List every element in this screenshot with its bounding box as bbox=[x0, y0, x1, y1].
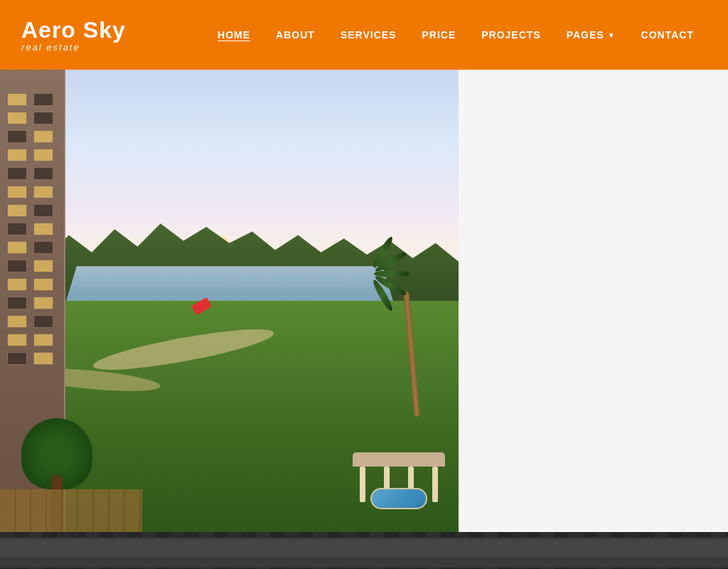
nav-home[interactable]: HOME bbox=[205, 29, 263, 41]
window bbox=[7, 241, 27, 254]
chevron-down-icon: ▼ bbox=[608, 31, 616, 39]
window bbox=[7, 260, 27, 272]
window bbox=[33, 315, 53, 328]
window bbox=[7, 130, 27, 143]
right-content-panel bbox=[459, 70, 728, 532]
nav-pages-label: PAGES bbox=[567, 29, 604, 41]
logo[interactable]: Aero Sky real estate bbox=[21, 18, 126, 52]
building-windows bbox=[7, 93, 57, 368]
nav-projects[interactable]: PROJECTS bbox=[469, 29, 553, 41]
gazebo-column bbox=[432, 467, 438, 502]
window bbox=[7, 149, 27, 161]
logo-subtitle: real estate bbox=[21, 43, 126, 52]
window bbox=[33, 130, 53, 143]
window bbox=[33, 260, 53, 272]
window bbox=[33, 297, 53, 309]
main-content bbox=[0, 70, 728, 532]
nav-about[interactable]: ABOUT bbox=[263, 29, 328, 41]
window bbox=[33, 186, 53, 198]
nav-price[interactable]: PRICE bbox=[409, 29, 469, 41]
gazebo-column bbox=[360, 467, 365, 502]
window bbox=[33, 334, 53, 346]
gazebo bbox=[353, 452, 445, 509]
window bbox=[7, 93, 27, 106]
window bbox=[33, 112, 53, 124]
window bbox=[7, 112, 27, 124]
site-header: Aero Sky real estate HOME ABOUT SERVICES… bbox=[0, 0, 728, 70]
window bbox=[33, 241, 53, 254]
boardwalk bbox=[0, 489, 142, 532]
window bbox=[7, 334, 27, 346]
palm-leaves bbox=[370, 270, 427, 306]
palm-trunk bbox=[403, 292, 419, 417]
nav-contact[interactable]: CONTACT bbox=[628, 29, 707, 41]
nav-pages-dropdown[interactable]: PAGES ▼ bbox=[554, 29, 628, 41]
gazebo-roof bbox=[353, 452, 445, 467]
palm-trees bbox=[350, 208, 436, 486]
site-footer bbox=[0, 532, 728, 569]
pool bbox=[370, 488, 427, 509]
window bbox=[33, 352, 53, 365]
window bbox=[7, 167, 27, 180]
window bbox=[33, 167, 53, 180]
window bbox=[7, 297, 27, 309]
logo-title: Aero Sky bbox=[21, 18, 126, 41]
window bbox=[7, 186, 27, 198]
window bbox=[33, 149, 53, 161]
playground-slide bbox=[193, 301, 214, 315]
window bbox=[33, 278, 53, 291]
main-nav: HOME ABOUT SERVICES PRICE PROJECTS PAGES… bbox=[205, 29, 707, 41]
window bbox=[7, 278, 27, 291]
nav-services[interactable]: SERVICES bbox=[328, 29, 410, 41]
window bbox=[33, 223, 53, 235]
window bbox=[7, 315, 27, 328]
window bbox=[7, 223, 27, 235]
hero-image bbox=[0, 70, 459, 532]
window bbox=[33, 204, 53, 217]
window bbox=[7, 204, 27, 217]
window bbox=[7, 352, 27, 365]
window bbox=[33, 93, 53, 106]
footer-buildings bbox=[0, 532, 728, 569]
